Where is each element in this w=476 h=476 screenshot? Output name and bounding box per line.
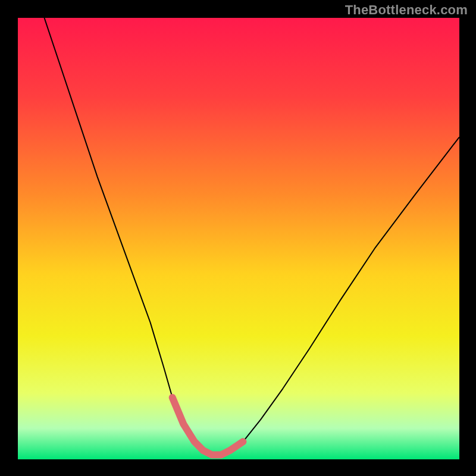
chart-frame: { "watermark": "TheBottleneck.com", "cha… — [0, 0, 476, 476]
plot-background — [18, 18, 459, 459]
bottleneck-chart — [0, 0, 476, 476]
